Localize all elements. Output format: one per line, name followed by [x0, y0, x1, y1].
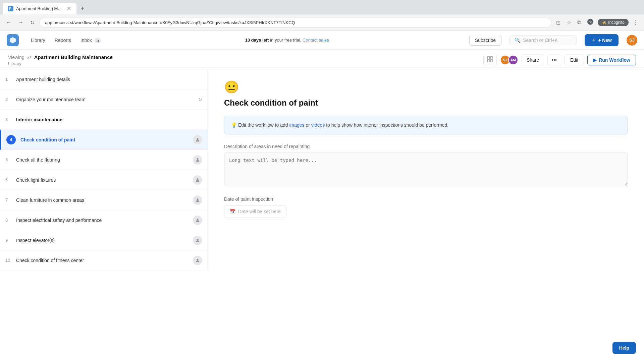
task-item-3: 3 Interior maintenance:	[0, 110, 208, 130]
subscribe-button[interactable]: Subscribe	[469, 35, 501, 46]
search-bar[interactable]: 🔍 Search or Ctrl+K	[509, 35, 577, 45]
edit-button[interactable]: Edit	[565, 55, 584, 65]
run-workflow-button[interactable]: ▶ Run Workflow	[587, 55, 636, 65]
plus-icon: ＋	[591, 37, 596, 43]
task-item-7[interactable]: 7 Clean furniture in common areas	[0, 190, 208, 210]
tip-banner: 💡 Edit the workflow to add images or vid…	[224, 116, 628, 134]
incognito-button[interactable]: 🕵 Incognito	[598, 19, 629, 26]
svg-point-12	[197, 218, 198, 220]
more-options-button[interactable]: •••	[547, 55, 561, 65]
task-item-4[interactable]: 4 Check condition of paint	[0, 130, 208, 150]
app-header: Library Reports Inbox 5 13 days left in …	[0, 31, 644, 50]
trial-banner: 13 days left in your free trial. Contact…	[113, 38, 461, 43]
viewing-bar: Viewing ⇄ Apartment Building Maintenance…	[0, 50, 644, 69]
task-number-7: 7	[5, 197, 11, 202]
tab-close-button[interactable]: ✕	[67, 5, 71, 12]
avatar-am: AM	[508, 55, 518, 65]
split-view-icon[interactable]: ⧉	[575, 18, 583, 27]
back-button[interactable]: ←	[4, 18, 13, 27]
task-name-7: Clean furniture in common areas	[16, 197, 188, 203]
task-number-10: 10	[5, 258, 11, 263]
task-item-1[interactable]: 1 Apartment building details	[0, 69, 208, 89]
grid-view-button[interactable]	[483, 54, 497, 66]
task-emoji: 😐	[224, 80, 628, 94]
description-field-label: Description of areas in need of repainti…	[224, 144, 628, 149]
refresh-icon-2: ↻	[198, 97, 202, 102]
inbox-badge: 5	[95, 38, 101, 43]
task-item-9[interactable]: 9 Inspect elevator(s)	[0, 230, 208, 250]
svg-text:SJ: SJ	[589, 20, 592, 24]
svg-point-11	[197, 198, 198, 200]
task-name-8: Inspect electrical safety and performanc…	[16, 218, 188, 223]
svg-rect-6	[487, 60, 490, 62]
active-tab[interactable]: P Apartment Building Maintenance... ✕	[3, 3, 76, 14]
active-step-badge: 4	[6, 135, 16, 144]
task-number-3: 3	[5, 117, 11, 122]
task-item-6[interactable]: 6 Check light fixtures	[0, 170, 208, 190]
task-item-10[interactable]: 10 Check condition of fitness center	[0, 250, 208, 270]
task-name-10: Check condition of fitness center	[16, 258, 188, 263]
nav-reports[interactable]: Reports	[51, 35, 75, 46]
task-name-5: Check all the flooring	[16, 157, 188, 163]
workflow-title: Apartment Building Maintenance	[34, 54, 113, 60]
svg-rect-7	[490, 60, 493, 62]
task-name-9: Inspect elevator(s)	[16, 238, 188, 243]
task-icon-7	[193, 195, 202, 205]
contact-sales-link[interactable]: Contact sales	[303, 38, 329, 43]
date-picker-button[interactable]: 📅 Date will be set here	[224, 205, 286, 218]
bookmark-icon[interactable]: ☆	[565, 18, 573, 27]
tip-images-link[interactable]: images	[289, 122, 304, 128]
new-tab-button[interactable]: +	[78, 3, 87, 14]
task-number-9: 9	[5, 238, 11, 243]
forward-button[interactable]: →	[16, 18, 25, 27]
nav-inbox[interactable]: Inbox 5	[76, 35, 105, 46]
viewing-label: Viewing	[8, 55, 24, 60]
share-button[interactable]: Share	[522, 55, 544, 65]
browser-more-button[interactable]: ⋮	[631, 18, 640, 27]
tab-title: Apartment Building Maintenance...	[16, 6, 64, 11]
task-number-6: 6	[5, 177, 11, 182]
task-number-5: 5	[5, 157, 11, 162]
user-avatar[interactable]: SJ	[627, 35, 637, 46]
cast-icon[interactable]: ⊡	[554, 18, 562, 27]
task-name-3: Interior maintenance:	[16, 117, 202, 122]
svg-rect-5	[490, 57, 493, 59]
task-name-1: Apartment building details	[16, 77, 202, 82]
svg-point-13	[197, 238, 198, 240]
task-icon-5	[193, 155, 202, 165]
description-textarea[interactable]	[224, 153, 628, 186]
task-item-5[interactable]: 5 Check all the flooring	[0, 150, 208, 170]
task-icon-10	[193, 256, 202, 265]
date-field-label: Date of paint inspection	[224, 196, 628, 202]
search-icon: 🔍	[515, 38, 520, 43]
task-number-8: 8	[5, 218, 11, 223]
new-button[interactable]: ＋ + New	[585, 34, 619, 46]
play-icon: ▶	[593, 57, 597, 63]
task-icon-9	[193, 236, 202, 245]
tip-videos-link[interactable]: videos	[311, 122, 325, 128]
task-list: 1 Apartment building details 2 Organize …	[0, 69, 208, 270]
task-icon-4	[193, 135, 202, 144]
svg-rect-4	[487, 57, 490, 59]
library-breadcrumb: Library	[8, 61, 113, 66]
task-name-2: Organize your maintenance team	[16, 97, 194, 102]
app-logo[interactable]	[7, 34, 19, 46]
viewing-title: Viewing ⇄ Apartment Building Maintenance	[8, 54, 113, 60]
task-number-2: 2	[5, 97, 11, 102]
address-bar[interactable]	[39, 18, 551, 27]
task-item-2[interactable]: 2 Organize your maintenance team ↻	[0, 89, 208, 110]
calendar-icon: 📅	[230, 209, 235, 214]
browser-chrome: P Apartment Building Maintenance... ✕ + …	[0, 0, 644, 31]
task-icon-8	[193, 216, 202, 225]
task-name-4: Check condition of paint	[20, 137, 188, 142]
svg-point-8	[197, 138, 198, 139]
task-item-8[interactable]: 8 Inspect electrical safety and performa…	[0, 210, 208, 230]
task-detail-title: Check condition of paint	[224, 98, 628, 108]
profile-icon[interactable]: SJ	[585, 17, 596, 28]
task-icon-6	[193, 175, 202, 185]
date-field-section: Date of paint inspection 📅 Date will be …	[224, 196, 628, 218]
svg-point-9	[197, 158, 198, 160]
nav-library[interactable]: Library	[27, 35, 49, 46]
refresh-button[interactable]: ↻	[28, 18, 37, 27]
task-detail: 😐 Check condition of paint 💡 Edit the wo…	[208, 69, 644, 270]
